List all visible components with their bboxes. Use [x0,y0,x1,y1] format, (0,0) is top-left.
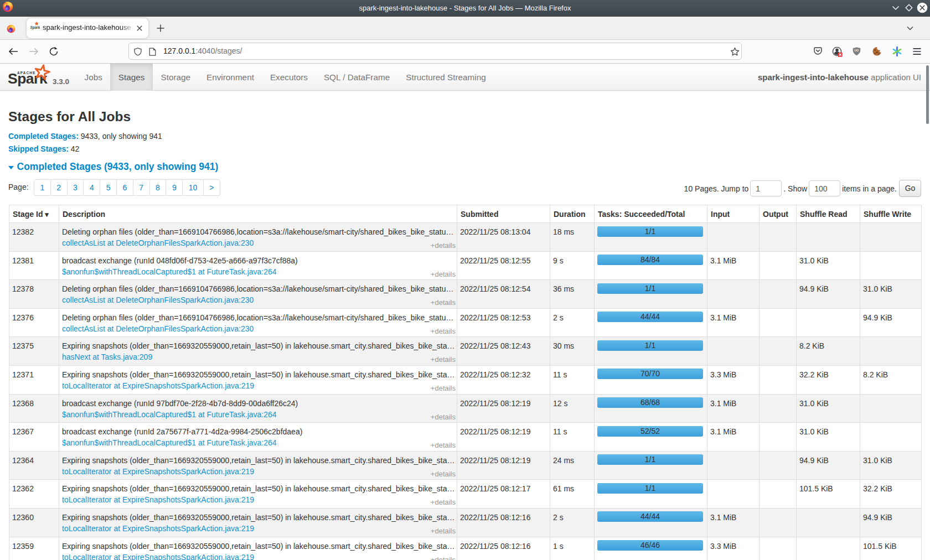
svg-text:Spark: Spark [30,25,40,30]
svg-text:UO: UO [854,49,859,52]
